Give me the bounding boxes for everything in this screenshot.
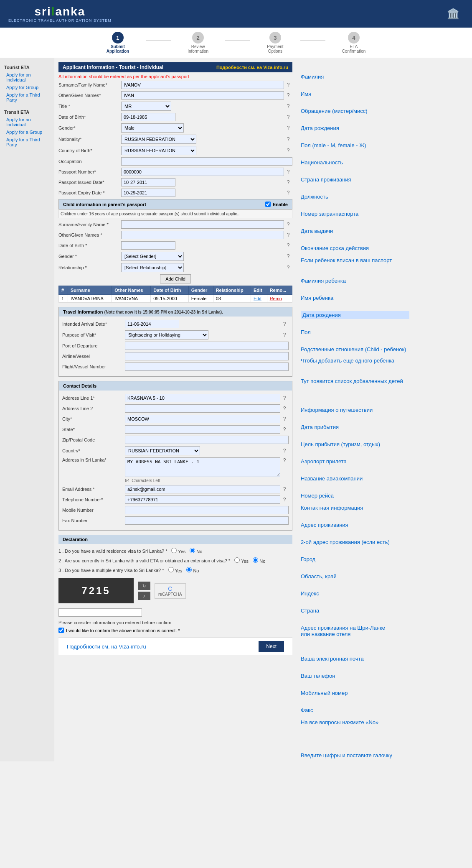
- arrival-date-input[interactable]: [125, 320, 179, 328]
- gender-help[interactable]: ?: [284, 125, 292, 131]
- child-gender-select[interactable]: [Select Gender]MaleFemale: [121, 252, 184, 261]
- declaration-q3-no-radio[interactable]: [186, 567, 192, 572]
- fax-row: Fax Number: [62, 516, 289, 525]
- child-given-names-input[interactable]: [121, 231, 284, 239]
- declaration-q2-no-radio[interactable]: [253, 557, 258, 563]
- passport-issued-input[interactable]: [121, 178, 175, 186]
- dob-input[interactable]: [121, 113, 175, 121]
- declaration-q1-no-radio[interactable]: [190, 548, 195, 553]
- annotation-14: Дата рождения: [301, 311, 409, 319]
- city-input[interactable]: [125, 415, 280, 423]
- address1-help[interactable]: ?: [280, 395, 289, 401]
- step-2[interactable]: 2 ReviewInformation: [188, 32, 208, 54]
- child-enable-checkbox[interactable]: [265, 202, 271, 207]
- country-birth-select[interactable]: RUSSIAN FEDERATION: [121, 146, 196, 155]
- airline-input[interactable]: [125, 352, 289, 360]
- sri-lanka-address-input[interactable]: MY ADRESS NA SRI LANKE - 1: [125, 457, 280, 477]
- address1-label: Address Line 1*: [62, 396, 125, 401]
- child-relationship-select[interactable]: [Select Relationship]Child: [121, 263, 184, 272]
- nationality-select[interactable]: RUSSIAN FEDERATION: [121, 135, 196, 144]
- step-3[interactable]: 3 PaymentOptions: [267, 32, 283, 54]
- mobile-input[interactable]: [125, 506, 289, 514]
- step-2-number: 2: [192, 32, 204, 43]
- country-help[interactable]: ?: [280, 448, 289, 454]
- city-label: City*: [62, 416, 125, 421]
- sidebar-item-transit-third[interactable]: Apply for a Third Party: [0, 136, 54, 148]
- country-select[interactable]: RUSSIAN FEDERATION: [125, 446, 200, 455]
- annotation-9: Дата выдачи: [301, 227, 409, 235]
- flight-input[interactable]: [125, 363, 289, 371]
- title-select[interactable]: MRMRSMSDR: [121, 102, 171, 111]
- sri-lanka-address-help[interactable]: ?: [280, 457, 289, 463]
- confirm-checkbox[interactable]: [58, 628, 64, 633]
- city-help[interactable]: ?: [280, 416, 289, 422]
- passport-number-input[interactable]: [121, 168, 284, 176]
- purpose-row: Purpose of Visit* Sightseeing or Holiday…: [62, 330, 289, 340]
- address1-input-wrapper: [125, 394, 280, 402]
- address1-input[interactable]: [125, 394, 280, 402]
- departure-input[interactable]: [125, 342, 289, 350]
- child-dob-help[interactable]: ?: [284, 243, 292, 248]
- declaration-q2-radios: Yes No: [234, 557, 265, 564]
- sidebar: Tourist ETA Apply for an Individual Appl…: [0, 58, 54, 761]
- declaration-q2-yes-radio[interactable]: [234, 557, 240, 563]
- email-help[interactable]: ?: [280, 486, 289, 492]
- title-help[interactable]: ?: [284, 103, 292, 109]
- arrival-date-input-wrapper: [125, 320, 280, 328]
- next-button[interactable]: Next: [259, 641, 284, 652]
- email-input[interactable]: [125, 485, 280, 493]
- sidebar-item-transit-individual[interactable]: Apply for an Individual: [0, 116, 54, 128]
- declaration-q3-yes-radio[interactable]: [168, 567, 174, 572]
- passport-number-help[interactable]: ?: [284, 169, 292, 175]
- captcha-audio-button[interactable]: ♪: [138, 592, 150, 600]
- purpose-select[interactable]: Sightseeing or HolidayingBusinessTransit: [125, 330, 208, 340]
- given-names-help[interactable]: ?: [284, 92, 292, 98]
- occupation-input[interactable]: [121, 157, 292, 166]
- given-names-input[interactable]: [121, 91, 284, 100]
- child-given-names-help[interactable]: ?: [284, 232, 292, 238]
- surname-label: Surname/Family Name*: [58, 82, 121, 87]
- step-1[interactable]: 1 SubmitApplication: [107, 32, 129, 54]
- address2-input[interactable]: [125, 404, 280, 413]
- child-relationship-help[interactable]: ?: [284, 265, 292, 271]
- surname-help[interactable]: ?: [284, 82, 292, 88]
- child-gender-help[interactable]: ?: [284, 253, 292, 259]
- captcha-input[interactable]: [58, 608, 142, 617]
- child-surname-input[interactable]: [121, 220, 284, 229]
- add-child-button[interactable]: Add Child: [160, 274, 191, 283]
- step-4[interactable]: 4 ETAConfirmation: [342, 32, 366, 54]
- sidebar-item-tourist-group[interactable]: Apply for Group: [0, 84, 54, 91]
- dob-help[interactable]: ?: [284, 114, 292, 120]
- row-remove[interactable]: Remo: [267, 295, 292, 303]
- purpose-help[interactable]: ?: [280, 332, 289, 338]
- telephone-input[interactable]: [125, 495, 280, 504]
- child-dob-input[interactable]: [121, 241, 175, 250]
- surname-input[interactable]: [121, 81, 284, 89]
- passport-expiry-input[interactable]: [121, 189, 175, 197]
- nationality-row: Nationality* RUSSIAN FEDERATION ?: [58, 135, 292, 144]
- telephone-input-wrapper: [125, 495, 280, 504]
- zip-input[interactable]: [125, 436, 289, 444]
- fax-input[interactable]: [125, 516, 289, 525]
- arrival-date-help[interactable]: ?: [280, 321, 289, 327]
- child-surname-help[interactable]: ?: [284, 222, 292, 227]
- row-other-names: IVANOVNA: [112, 295, 151, 303]
- state-input[interactable]: [125, 425, 280, 434]
- child-note: Children under 16 years of age possessin…: [58, 209, 292, 218]
- sidebar-item-tourist-individual[interactable]: Apply for an Individual: [0, 71, 54, 84]
- passport-expiry-help[interactable]: ?: [284, 190, 292, 196]
- state-help[interactable]: ?: [280, 426, 289, 432]
- telephone-help[interactable]: ?: [280, 497, 289, 503]
- captcha-refresh-button[interactable]: ↻: [138, 582, 150, 590]
- row-edit[interactable]: Edit: [251, 295, 267, 303]
- sidebar-item-transit-group[interactable]: Apply for a Group: [0, 128, 54, 136]
- gender-row: Gender* MaleFemale ?: [58, 123, 292, 133]
- nationality-help[interactable]: ?: [284, 136, 292, 142]
- address2-help[interactable]: ?: [280, 406, 289, 411]
- declaration-q1-yes-radio[interactable]: [171, 548, 177, 553]
- annotation-10: Окончание срока действия: [301, 244, 409, 252]
- sidebar-item-tourist-third[interactable]: Apply for a Third Party: [0, 91, 54, 104]
- gender-select[interactable]: MaleFemale: [121, 123, 184, 133]
- passport-issued-help[interactable]: ?: [284, 179, 292, 185]
- country-birth-help[interactable]: ?: [284, 148, 292, 153]
